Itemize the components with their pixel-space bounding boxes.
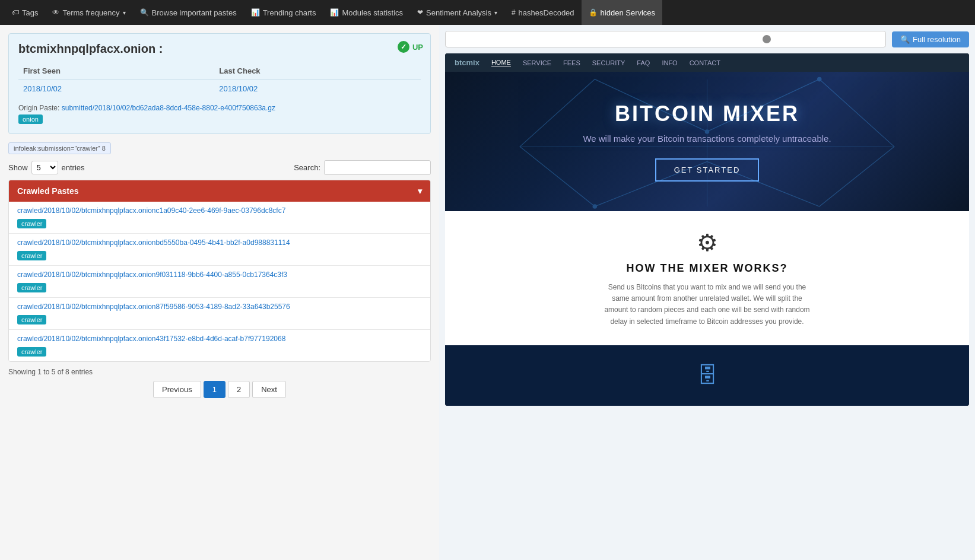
crawled-link[interactable]: crawled/2018/10/02/btcmixhnpqlpfacx.onio… <box>17 206 422 215</box>
dropdown-arrow-icon: ▾ <box>123 9 126 16</box>
page-1-button[interactable]: 1 <box>204 381 226 398</box>
dropdown-arrow-icon2: ▾ <box>494 9 497 16</box>
info-table: First Seen Last Check 2018/10/02 2018/10… <box>18 63 421 98</box>
search-icon2: 🔍 <box>900 35 910 44</box>
nav-trending-charts[interactable]: 📊 Trending charts <box>244 0 323 25</box>
nav-tags[interactable]: 🏷 Tags <box>5 0 45 25</box>
check-circle-icon: ✓ <box>398 41 409 53</box>
crawler-tag: crawler <box>17 315 46 324</box>
crawler-tag: crawler <box>17 347 46 357</box>
previous-button[interactable]: Previous <box>153 381 201 398</box>
svg-point-3 <box>705 129 710 134</box>
how-title: HOW THE MIXER WORKS? <box>463 262 951 275</box>
chart-icon: 📊 <box>251 8 260 17</box>
first-seen-value: 2018/10/02 <box>18 79 214 98</box>
preview-nav-security: SECURITY <box>592 59 625 66</box>
pagination: Previous 1 2 Next <box>8 381 431 398</box>
crawler-tag: crawler <box>17 219 46 228</box>
crawled-table-header: Crawled Pastes ▾ <box>9 180 430 202</box>
hash-icon: # <box>512 8 516 17</box>
nav-modules-statistics[interactable]: 📊 Modules statistics <box>323 0 410 25</box>
collapse-icon[interactable]: ▾ <box>418 186 422 196</box>
preview-nav-home: HOME <box>491 59 511 66</box>
nav-terms-frequency[interactable]: 👁 Terms frequency ▾ <box>45 0 132 25</box>
entries-select[interactable]: 5 10 25 <box>31 161 58 174</box>
left-panel: ✓ UP btcmixhnpqlpfacx.onion : First Seen… <box>0 25 439 560</box>
controls-row: Show 5 10 25 entries Search: <box>8 160 431 175</box>
preview-nav-fees: FEES <box>563 59 580 66</box>
slider-bar[interactable] <box>445 31 886 47</box>
preview-logo: btcmix <box>455 58 479 67</box>
onion-tag: onion <box>18 114 43 124</box>
heart-icon: ❤ <box>417 8 423 17</box>
gear-icon: ⚙ <box>463 229 951 256</box>
origin-paste: Origin Paste: submitted/2018/10/02/bd62a… <box>18 104 421 112</box>
last-check-value: 2018/10/02 <box>214 79 421 98</box>
svg-point-5 <box>593 204 598 209</box>
how-text: Send us Bitcoins that you want to mix an… <box>604 282 811 327</box>
nav-hidden-services[interactable]: 🔒 hidden Services <box>582 0 663 25</box>
table-row: crawled/2018/10/02/btcmixhnpqlpfacx.onio… <box>9 234 430 266</box>
svg-point-4 <box>817 77 822 82</box>
crawled-link[interactable]: crawled/2018/10/02/btcmixhnpqlpfacx.onio… <box>17 271 422 279</box>
service-title: btcmixhnpqlpfacx.onion : <box>18 42 421 56</box>
origin-paste-link[interactable]: submitted/2018/10/02/bd62ada8-8dcd-458e-… <box>62 104 275 112</box>
entries-label: entries <box>62 163 85 172</box>
crawled-link[interactable]: crawled/2018/10/02/btcmixhnpqlpfacx.onio… <box>17 238 422 247</box>
preview-hero: BITCOIN MIXER We will make your Bitcoin … <box>445 72 969 211</box>
table-row: crawled/2018/10/02/btcmixhnpqlpfacx.onio… <box>9 298 430 330</box>
how-it-works-section: ⚙ HOW THE MIXER WORKS? Send us Bitcoins … <box>445 211 969 345</box>
full-resolution-button[interactable]: 🔍 Full resolution <box>892 31 969 47</box>
crawled-link[interactable]: crawled/2018/10/02/btcmixhnpqlpfacx.onio… <box>17 335 422 343</box>
database-icon: 🗄 <box>697 363 718 388</box>
lock-icon: 🔒 <box>589 8 598 17</box>
bar-chart-icon: 📊 <box>330 8 339 17</box>
page-2-button[interactable]: 2 <box>228 381 250 398</box>
crawled-link[interactable]: crawled/2018/10/02/btcmixhnpqlpfacx.onio… <box>17 303 422 311</box>
table-row: crawled/2018/10/02/btcmixhnpqlpfacx.onio… <box>9 202 430 234</box>
filter-badge: infoleak:submission="crawler" 8 <box>8 142 111 154</box>
crawled-pastes-table: Crawled Pastes ▾ crawled/2018/10/02/btcm… <box>8 180 431 362</box>
showing-text: Showing 1 to 5 of 8 entries <box>8 368 431 376</box>
geometric-decoration <box>445 72 969 221</box>
status-badge: ✓ UP <box>398 41 423 53</box>
preview-nav-contact: CONTACT <box>690 59 720 66</box>
show-label: Show <box>8 163 28 172</box>
controls-left: Show 5 10 25 entries <box>8 161 85 174</box>
preview-navbar: btcmix HOME SERVICE FEES SECURITY FAQ IN… <box>445 53 969 72</box>
service-card: ✓ UP btcmixhnpqlpfacx.onion : First Seen… <box>8 33 431 134</box>
preview-nav-faq: FAQ <box>637 59 650 66</box>
nav-browse-pastes[interactable]: 🔍 Browse important pastes <box>133 0 244 25</box>
next-button[interactable]: Next <box>252 381 286 398</box>
first-seen-header: First Seen <box>18 63 214 79</box>
preview-nav-service: SERVICE <box>523 59 551 66</box>
slider-thumb[interactable] <box>763 35 771 43</box>
nav-hashes-decoded[interactable]: # hashesDecoded <box>504 0 582 25</box>
crawler-tag: crawler <box>17 283 46 292</box>
search-input[interactable] <box>324 160 431 175</box>
search-icon: 🔍 <box>140 8 149 17</box>
nav-sentiment-analysis[interactable]: ❤ Sentiment Analysis ▾ <box>410 0 504 25</box>
search-label: Search: <box>294 163 320 172</box>
navbar: 🏷 Tags 👁 Terms frequency ▾ 🔍 Browse impo… <box>0 0 975 25</box>
slider-container: 🔍 Full resolution <box>445 31 969 47</box>
preview-nav-info: INFO <box>662 59 677 66</box>
table-row: crawled/2018/10/02/btcmixhnpqlpfacx.onio… <box>9 330 430 361</box>
website-preview: btcmix HOME SERVICE FEES SECURITY FAQ IN… <box>445 53 969 406</box>
crawler-tag: crawler <box>17 251 46 260</box>
eye-icon: 👁 <box>52 8 59 17</box>
tag-icon: 🏷 <box>12 8 19 17</box>
main-layout: ✓ UP btcmixhnpqlpfacx.onion : First Seen… <box>0 25 975 560</box>
table-row: crawled/2018/10/02/btcmixhnpqlpfacx.onio… <box>9 266 430 298</box>
blue-bottom-section: 🗄 <box>445 345 969 406</box>
right-panel: 🔍 Full resolution btcmix HOME SERVICE FE… <box>439 25 975 560</box>
last-check-header: Last Check <box>214 63 421 79</box>
